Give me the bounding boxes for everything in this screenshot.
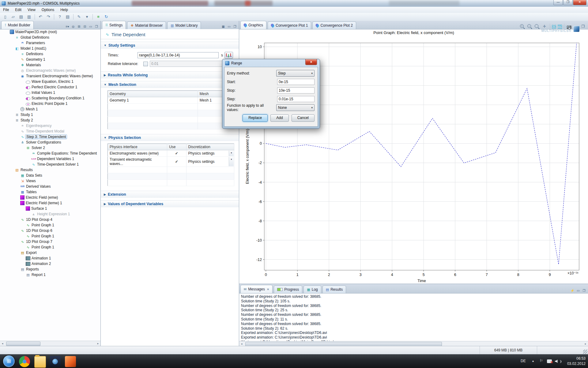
matlab-icon[interactable] (65, 356, 76, 367)
tree-item[interactable]: ▤Export (0, 250, 100, 255)
tree-item[interactable]: ✎Geometry 1 (0, 57, 100, 62)
undo-icon[interactable]: ↶ (37, 13, 44, 20)
tree-item[interactable]: Scattering Boundary Condition 1 (0, 95, 100, 101)
tree-item[interactable]: ▧Results (0, 167, 100, 173)
tree-item[interactable]: ≣Study 1 (0, 112, 100, 117)
tree-item[interactable]: MaierPaper2D.mph (root) (0, 29, 100, 35)
tree-item[interactable]: Perfect Electric Conductor 1 (0, 84, 100, 90)
tree-item[interactable]: Electric Field (emw) (0, 195, 100, 200)
maximize-window-button[interactable]: ❐ (563, 0, 573, 5)
times-input[interactable]: range(0,1.0e-17,1.0e-14) (138, 52, 219, 58)
table-row[interactable]: Electromagnetic waves (emw)✓Physics sett… (108, 150, 234, 157)
tab-convergence-plot-1[interactable]: Convergence Plot 1 (268, 21, 311, 29)
close-dialog-button[interactable]: x (305, 59, 317, 65)
save-icon[interactable]: ▤ (17, 13, 25, 20)
table-row[interactable]: Geometry 1Mesh 1 (108, 97, 234, 104)
tree-item[interactable]: ◎Electromagnetic Waves (emw) (0, 68, 100, 73)
table-view-icon[interactable]: ▦ (221, 24, 226, 29)
tree-item[interactable]: ▤Report 1 (0, 272, 100, 278)
view-menu-icon[interactable]: ≡▾ (65, 24, 70, 29)
tree-item[interactable]: ∿Time-Dependent Solver 1 (0, 162, 100, 167)
scroll-right-icon[interactable]: ▸ (96, 341, 100, 346)
tab-graphics[interactable]: Graphics (240, 21, 266, 29)
tray-hidden-icons-arrow[interactable]: ▴ (532, 359, 534, 368)
volume-icon[interactable] (555, 359, 561, 368)
column-header[interactable]: Geometry (108, 91, 198, 97)
tree-item[interactable]: Wave Equation, Electric 1 (0, 79, 100, 84)
open-file-icon[interactable]: ▱ (9, 13, 17, 20)
tree-item[interactable]: Initial Values 1 (0, 90, 100, 95)
tree-item[interactable]: ılıEigenfrequency (0, 123, 100, 128)
tree-item[interactable]: ⊞Solver 2 (0, 145, 100, 151)
menu-options[interactable]: Options (39, 7, 57, 13)
print-icon[interactable]: ▥ (25, 13, 33, 20)
tree-item[interactable]: ▦Tables (0, 189, 100, 195)
resize-grip[interactable] (583, 350, 587, 354)
tree-item[interactable]: ⋔Solver Configurations (0, 140, 100, 145)
relative-tolerance-checkbox[interactable] (143, 62, 148, 66)
scrollbar-thumb[interactable] (6, 342, 40, 346)
cancel-button[interactable]: Cancel (292, 114, 315, 122)
dropdown-arrow-icon[interactable]: ▾ (229, 151, 234, 156)
new-file-icon[interactable]: ▯ (2, 13, 9, 20)
tab-material-browser[interactable]: ❖Material Browser (127, 21, 166, 29)
zoom-box-icon[interactable] (534, 24, 540, 29)
minimize-panel-icon[interactable]: ▭ (226, 24, 232, 29)
column-header[interactable]: Discretization (186, 144, 234, 150)
tree-item[interactable]: ▦Data Sets (0, 173, 100, 178)
tree-item[interactable]: PiParameters (0, 40, 100, 46)
tray-language[interactable]: DE (521, 359, 526, 368)
tree-item[interactable]: ▲Height Expression 1 (0, 211, 100, 217)
tab-progress[interactable]: Progress (274, 286, 302, 293)
tree-item[interactable]: ∿Time-Dependent Modal (0, 128, 100, 134)
physics-selection-table[interactable]: Physics interfaceUseDiscretizationElectr… (107, 144, 234, 186)
dropdown-caret-icon[interactable]: ▾ (83, 13, 91, 20)
tree-item[interactable]: Surface 1 (0, 206, 100, 211)
add-button[interactable]: Add (270, 114, 288, 122)
close-window-button[interactable]: ✕ (573, 0, 586, 5)
tree-item[interactable]: Electric Field (temw) 1 (0, 200, 100, 206)
tree-item[interactable]: 8.85Derived Values (0, 184, 100, 189)
action-center-flag-icon[interactable]: ⚐ (540, 358, 543, 368)
restore-panel-icon[interactable]: ❐ (580, 24, 586, 29)
section-values-of-dependent-variables[interactable]: ▶ Values of Dependent Variables (101, 200, 239, 207)
tree-item[interactable]: ∿Point Graph 1 (0, 222, 100, 228)
tree-item[interactable]: ∿Step 3: Time Dependent (0, 134, 100, 140)
equation-list-icon[interactable]: ≡ (95, 13, 102, 20)
section-physics-selection[interactable]: ▼ Physics Selection (101, 134, 239, 141)
clear-brush-icon[interactable]: ✎ (75, 13, 83, 20)
scrollbar-thumb[interactable] (245, 342, 442, 346)
section-extension[interactable]: ▶ Extension (101, 191, 239, 198)
use-checkmark-icon[interactable]: ✓ (167, 150, 186, 157)
tree-item[interactable]: Mesh 1 (0, 106, 100, 112)
tab-log[interactable]: ▦Log (303, 286, 321, 293)
range-button[interactable] (224, 52, 233, 59)
tree-item[interactable]: ∿1D Plot Group 7 (0, 239, 100, 244)
restore-panel-icon[interactable]: ❐ (232, 24, 238, 29)
collapse-tree-icon[interactable]: ⊟ (82, 24, 88, 29)
chrome-icon[interactable] (19, 356, 30, 367)
tab-model-builder[interactable]: ⊺ Model Builder (1, 21, 34, 29)
refresh-icon[interactable]: ↻ (103, 13, 110, 20)
mesh-selection-table[interactable]: GeometryMeshGeometry 1Mesh 1 (107, 90, 234, 129)
model-builder-hscrollbar[interactable]: ◂ ▸ (0, 341, 100, 346)
start-button[interactable]: ⊞ (3, 355, 15, 367)
scroll-right-icon[interactable]: ▸ (583, 342, 588, 346)
clear-log-icon[interactable]: ⚡ (570, 288, 575, 293)
tree-item[interactable]: ⇲Views (0, 178, 100, 184)
menu-help[interactable]: Help (57, 7, 71, 13)
redo-icon[interactable]: ↷ (45, 13, 52, 20)
tab-results[interactable]: ▤Results (322, 286, 346, 293)
scroll-left-icon[interactable]: ◂ (0, 341, 5, 346)
tab-convergence-plot-2[interactable]: Convergence Plot 2 (312, 21, 356, 29)
menu-file[interactable]: File (0, 7, 12, 13)
tree-item[interactable]: ∿1D Plot Group 6 (0, 228, 100, 233)
column-header[interactable]: Use (167, 144, 186, 150)
table-row[interactable]: Transient electromagnetic waves...✓Physi… (108, 157, 234, 167)
messages-hscrollbar[interactable]: ◂ ▸ (239, 341, 588, 346)
tab-settings[interactable]: ⠿Settings (102, 21, 126, 29)
section-results-while-solving[interactable]: ▶ Results While Solving (101, 71, 239, 79)
tree-item[interactable]: ◉Transient Electromagnetic Waves (temw) (0, 73, 100, 79)
zoom-out-icon[interactable] (527, 24, 533, 29)
tree-item[interactable]: ∿Point Graph 1 (0, 244, 100, 250)
